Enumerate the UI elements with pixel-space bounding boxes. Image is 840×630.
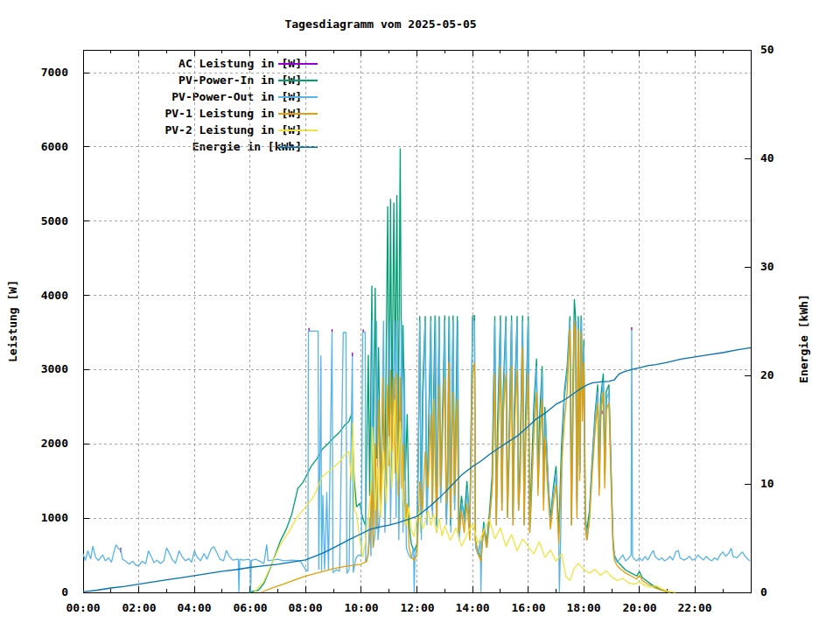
series-pv-1-leistung [262, 321, 670, 592]
series-pv-2-leistung [255, 399, 676, 592]
daily-diagram-chart: Tagesdiagramm vom 2025-05-05 Leistung [W… [0, 0, 840, 630]
plot-canvas [0, 0, 840, 630]
